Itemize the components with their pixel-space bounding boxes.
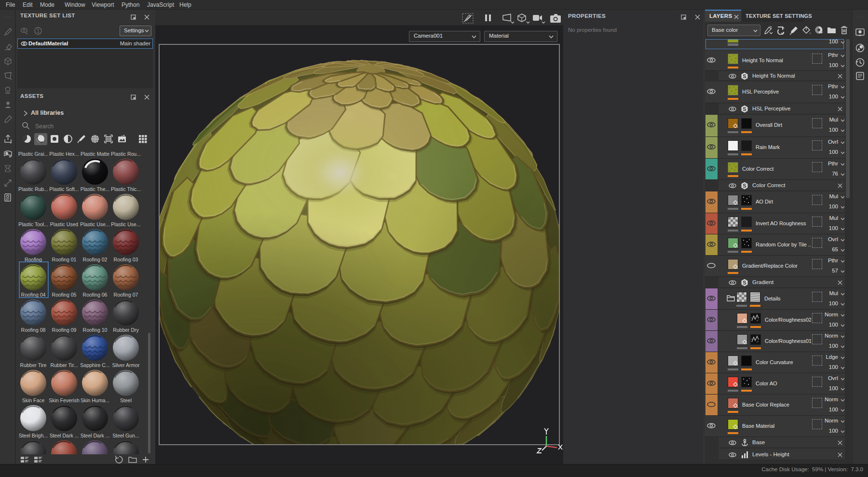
svg-text:Steel: Steel	[120, 397, 132, 403]
svg-text:Roofing 05: Roofing 05	[52, 292, 77, 298]
svg-text:Plastic Used: Plastic Used	[50, 221, 79, 227]
svg-text:Roofing 02: Roofing 02	[83, 257, 108, 262]
svg-text:Roofing 03: Roofing 03	[114, 257, 138, 262]
svg-text:Roofing 08: Roofing 08	[21, 327, 46, 333]
svg-text:Steel Brigh...: Steel Brigh...	[19, 433, 48, 438]
svg-text:S: S	[743, 183, 746, 189]
svg-text:Rubber Tir...: Rubber Tir...	[50, 362, 78, 368]
svg-text:Silver Armor: Silver Armor	[112, 362, 140, 368]
svg-text:Plastic Use...: Plastic Use...	[80, 221, 109, 227]
svg-text:Roofing 01: Roofing 01	[52, 257, 77, 262]
svg-text:Steel Dark ...: Steel Dark ...	[81, 433, 110, 438]
svg-text:Steel Gun...: Steel Gun...	[112, 433, 139, 438]
svg-text:Plastic Matte: Plastic Matte	[81, 151, 109, 157]
svg-text:Plastic Thic...: Plastic Thic...	[111, 186, 141, 192]
svg-text:Rubber Dry: Rubber Dry	[113, 327, 139, 333]
svg-text:Plastic The...: Plastic The...	[81, 186, 110, 192]
svg-text:S: S	[743, 106, 746, 112]
svg-text:Plastic Soft...: Plastic Soft...	[49, 186, 79, 192]
svg-text:Plastic Rub...: Plastic Rub...	[18, 186, 48, 192]
svg-text:Roofing 10: Roofing 10	[83, 327, 108, 333]
svg-text:Steel Dark ...: Steel Dark ...	[50, 433, 79, 438]
svg-text:S: S	[743, 280, 746, 286]
svg-text:Plastic Hex...: Plastic Hex...	[49, 151, 79, 157]
svg-text:Skin Feverish: Skin Feverish	[49, 397, 80, 403]
svg-text:Plastic Tool...: Plastic Tool...	[18, 221, 48, 227]
svg-text:Roofing 06: Roofing 06	[83, 292, 108, 298]
svg-text:Plastic Rou...: Plastic Rou...	[111, 151, 141, 157]
svg-text:Rubber Tire: Rubber Tire	[20, 362, 47, 368]
svg-text:Skin Face: Skin Face	[22, 397, 45, 403]
svg-text:Roofing: Roofing	[25, 257, 42, 262]
svg-text:Roofing 07: Roofing 07	[114, 292, 138, 298]
svg-text:1: 1	[37, 28, 40, 34]
svg-text:Roofing 04: Roofing 04	[21, 292, 46, 298]
svg-text:Sapphire C...: Sapphire C...	[80, 362, 109, 368]
svg-text:S: S	[743, 73, 746, 79]
svg-text:Roofing 09: Roofing 09	[52, 327, 77, 333]
svg-text:Plastic Use...: Plastic Use...	[111, 221, 140, 227]
svg-text:Plastic Grai...: Plastic Grai...	[18, 151, 48, 157]
svg-text:Skin Huma...: Skin Huma...	[81, 397, 109, 403]
